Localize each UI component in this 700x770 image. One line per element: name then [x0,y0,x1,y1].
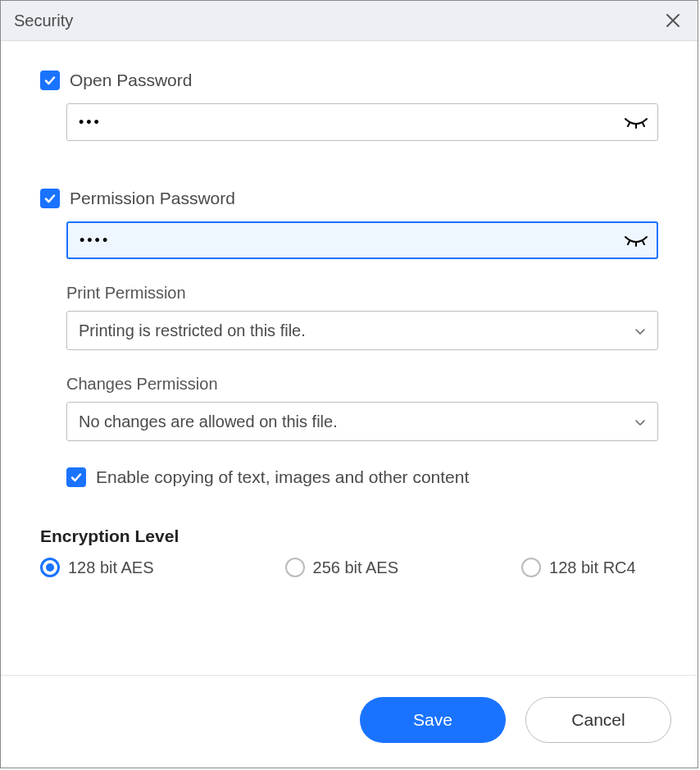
radio-icon [40,558,60,577]
enable-copying-label: Enable copying of text, images and other… [96,467,469,487]
chevron-down-icon [634,321,646,340]
radio-label: 128 bit RC4 [549,558,636,577]
permission-password-checkbox[interactable] [40,189,60,208]
encryption-option-128-aes[interactable]: 128 bit AES [40,558,154,577]
radio-label: 128 bit AES [68,558,154,577]
dialog-footer: Save Cancel [1,675,698,768]
permission-password-label: Permission Password [70,189,235,208]
dialog-titlebar: Security [1,1,698,41]
encryption-option-256-aes[interactable]: 256 bit AES [285,558,399,577]
changes-permission-select[interactable]: No changes are allowed on this file. [66,402,658,441]
print-permission-label: Print Permission [66,284,658,303]
radio-label: 256 bit AES [313,558,399,577]
permission-password-field-wrap [66,221,658,259]
checkmark-icon [43,192,57,205]
encryption-level-group: 128 bit AES 256 bit AES 128 bit RC4 [40,558,658,577]
security-dialog: Security Open Password Permission Passwo… [0,0,698,768]
changes-permission-value: No changes are allowed on this file. [79,412,338,431]
encryption-option-128-rc4[interactable]: 128 bit RC4 [521,558,636,577]
radio-icon [285,558,305,577]
save-button[interactable]: Save [360,697,506,743]
eye-closed-icon [624,232,648,248]
permission-password-visibility-toggle[interactable] [624,232,648,248]
dialog-content: Open Password Permission Password Print … [1,41,698,675]
close-button[interactable] [661,9,684,32]
open-password-visibility-toggle[interactable] [624,114,648,130]
open-password-label: Open Password [70,71,192,90]
radio-icon [521,558,541,577]
close-icon [666,13,680,28]
encryption-level-title: Encryption Level [40,526,658,546]
changes-permission-label: Changes Permission [66,375,658,394]
open-password-input[interactable] [66,103,658,141]
print-permission-select[interactable]: Printing is restricted on this file. [66,311,658,350]
eye-closed-icon [624,114,648,130]
print-permission-value: Printing is restricted on this file. [79,321,306,340]
checkmark-icon [70,471,83,484]
permission-password-row: Permission Password [40,189,658,208]
cancel-button[interactable]: Cancel [525,697,671,743]
dialog-title: Security [14,11,73,30]
checkmark-icon [43,74,57,87]
enable-copying-row: Enable copying of text, images and other… [66,467,658,487]
open-password-checkbox[interactable] [40,71,60,90]
chevron-down-icon [634,412,646,431]
open-password-row: Open Password [40,71,658,90]
enable-copying-checkbox[interactable] [66,467,86,487]
open-password-field-wrap [66,103,658,141]
permission-password-input[interactable] [66,221,658,259]
